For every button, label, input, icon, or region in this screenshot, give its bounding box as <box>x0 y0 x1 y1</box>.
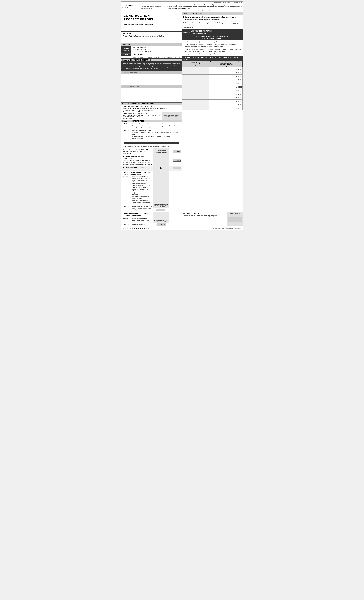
section-e-label: Section E <box>183 31 190 33</box>
returned-notice: This form will be returned to you EACH M… <box>182 35 243 40</box>
government-owned-checkbox[interactable] <box>138 110 140 112</box>
item5a-desc: (Amounts to be paid to contractors and s… <box>123 150 152 154</box>
item5a-left: 5a. CONTRACT CONSTRUCTION COST (Amounts … <box>121 148 153 155</box>
value-cell: $ ,000.00 <box>209 67 243 71</box>
dollar-sign-5c: $ <box>172 168 172 169</box>
form-number: C-700 <box>126 4 133 7</box>
report-subtitle: PRIVATE CONSTRUCTION PROJECTS <box>124 24 180 26</box>
section-a-label: Section A <box>122 59 129 61</box>
item1-area[interactable] <box>121 74 182 85</box>
item7-section: 7. ESTIMATED AMOUNT OF ALL OTHER CAPITAL… <box>121 212 182 227</box>
privately-owned-option[interactable]: Privately owned <box>123 110 135 112</box>
month-cell[interactable] <box>182 75 209 78</box>
section-b-header: Section B OWNERSHIP AND START DATE <box>121 103 182 105</box>
month-cell[interactable] <box>182 78 209 82</box>
item5b-left: 5b. OWNER SUPPLIED MATERIALS AND LABOR (… <box>121 155 153 166</box>
item5a-col-header: Construction costs (Thousands of dollars… <box>153 148 169 155</box>
item2-area[interactable] <box>121 88 182 103</box>
month-cell[interactable] <box>182 100 209 103</box>
industrial-notice: FOR INDUSTRIAL STRUCTURES SEE SPECIAL IN… <box>124 142 179 144</box>
table-row: $ ,000.00 <box>182 93 243 96</box>
item7-col-header-text: Other capital expenditures (Thousands of… <box>154 219 168 222</box>
government-owned-option[interactable]: Government owned <box>138 110 153 112</box>
returned-notice-text: This form will be returned to you EACH M… <box>196 36 228 39</box>
immune-text: immune from legal process. <box>174 8 190 9</box>
item7-value[interactable]: ,000.00 <box>157 224 166 226</box>
month-cell[interactable] <box>182 85 209 89</box>
privately-owned-checkbox[interactable] <box>123 110 124 112</box>
table-row: $ ,000.00 <box>182 103 243 107</box>
item9-header: 9. MONTHLY VALUE OF CONSTRUCTION PUT IN … <box>182 56 243 61</box>
table-row: $ ,000.00 <box>182 96 243 100</box>
month-cell[interactable] <box>182 67 209 71</box>
table-row: $ ,000.00 <box>182 67 243 71</box>
item6-col-header: Architectural, engineering, and miscella… <box>153 171 169 208</box>
month-cell[interactable] <box>182 103 209 107</box>
item6-value[interactable]: ,000.00 <box>157 209 165 211</box>
table-row: $ ,000.00 <box>182 85 243 89</box>
section-d-content: 8. Based on exterior dimensions, how man… <box>182 15 243 30</box>
item3-title: 3. TYPE OF OWNERSHIP – Mark (X) one box. <box>123 106 181 107</box>
item6-include-3: • Project owner's overhead and office co… <box>132 192 152 196</box>
section-c-title: COST ESTIMATES <box>130 120 144 122</box>
item4-right-label: Month and year of actual or expected sta… <box>163 114 181 117</box>
section-b-label: Section B <box>122 103 130 105</box>
item1-label: 1. PROJECT DESCRIPTION <box>121 71 182 74</box>
value-cell: $ ,000.00 <box>209 103 243 107</box>
section-c-label: Section C <box>122 120 130 122</box>
industrial-notice-wrapper: FOR INDUSTRIAL STRUCTURES SEE SPECIAL IN… <box>121 141 182 145</box>
item7-inner: 7. ESTIMATED AMOUNT OF ALL OTHER CAPITAL… <box>121 212 182 227</box>
value-cell: $ ,000.00 <box>209 100 243 103</box>
include-content: • Site preparation and outside construct… <box>130 123 181 129</box>
item10-input[interactable] <box>228 217 242 222</box>
month-cell[interactable] <box>182 93 209 96</box>
item7-include-content: • Production machinery and equipment, fu… <box>130 217 152 223</box>
section-a-desc-text: The construction project described below… <box>123 62 180 70</box>
item5c-arrow-col: ➤ <box>153 166 169 170</box>
item5a-col-header-text: Construction costs (Thousands of dollars… <box>155 150 167 153</box>
item7-include-label: INCLUDE <box>123 217 130 223</box>
item6-include-5: • Fees and other miscellaneous costs all… <box>132 200 152 205</box>
main-content: CONSTRUCTION PROJECT REPORT PRIVATE CONS… <box>121 12 243 212</box>
section-a-description: The construction project described below… <box>121 61 182 71</box>
item9-col-b-header: Value of construction put in place durin… <box>209 61 243 67</box>
item10-row: 10. COMPLETION DATE Enter date when all … <box>182 212 243 226</box>
month-cell[interactable] <box>182 82 209 85</box>
item7-include-1: • Production machinery and equipment, fu… <box>132 217 152 223</box>
exclude-item-1: • Land and pre-existing structures <box>132 130 181 131</box>
title-block: CONSTRUCTION PROJECT REPORT PRIVATE CONS… <box>121 12 182 32</box>
value-cell: $ ,000.00 <box>209 71 243 75</box>
item4-title: 4. START DATE OF CONSTRUCTION <box>123 113 160 114</box>
exclude-content: • Land and pre-existing structures • Arc… <box>130 130 181 140</box>
item5b-value[interactable]: ,000.00 <box>173 159 181 162</box>
month-cell[interactable] <box>182 107 209 110</box>
section-d-label: Section D <box>183 13 190 15</box>
value-cell: $ ,000.00 <box>209 78 243 82</box>
dollar-sign-5b: $ <box>172 159 172 161</box>
header-row: FORM C-700 (6-7-2010) U.S. DEPARTMENT OF… <box>121 4 243 12</box>
item5a-value[interactable]: ,000.00 <box>173 150 181 153</box>
include-exclude-block: INCLUDE • Site preparation and outside c… <box>121 122 182 141</box>
return-label-text: RETURN FORM TO <box>123 48 129 51</box>
dollar-sign-6: $ <box>156 209 157 211</box>
item10-section: 10. COMPLETION DATE Enter date when all … <box>182 212 243 227</box>
item7-right: Other capital expenditures (Thousands of… <box>153 212 182 227</box>
item8-sq-feet-box[interactable]: Square feet <box>228 22 241 28</box>
form-label: FORM <box>122 5 126 7</box>
item5c-value[interactable]: ,000.00 <box>173 167 181 169</box>
table-row: $ ,000.00 <box>182 78 243 82</box>
right-column: Section D SQUARE FEET 8. Based on exteri… <box>182 12 243 212</box>
item5b-value-col: $ ,000.00 <box>169 155 182 166</box>
item6-include-1: • All fees for architectural and enginee… <box>132 176 152 188</box>
month-cell[interactable] <box>182 71 209 75</box>
privately-owned-label: Privately owned <box>125 110 135 112</box>
item7-exclude: EXCLUDE • Expenditures for land <box>123 224 152 226</box>
item8-text: 8. Based on exterior dimensions, how man… <box>182 15 243 21</box>
month-cell[interactable] <box>182 96 209 100</box>
return-row: RETURN FORM TO U.S. Census Bureau 1201 E… <box>121 46 182 54</box>
month-cell[interactable] <box>182 89 209 93</box>
item10-right: Month and year of completion <box>227 212 243 226</box>
item7-exclude-content: • Expenditures for land <box>130 224 152 226</box>
bottom-pair: 7. ESTIMATED AMOUNT OF ALL OTHER CAPITAL… <box>121 212 243 227</box>
item5c-left: 5c. TOTAL CONSTRUCTION COST (Sum of 5a +… <box>121 166 153 170</box>
